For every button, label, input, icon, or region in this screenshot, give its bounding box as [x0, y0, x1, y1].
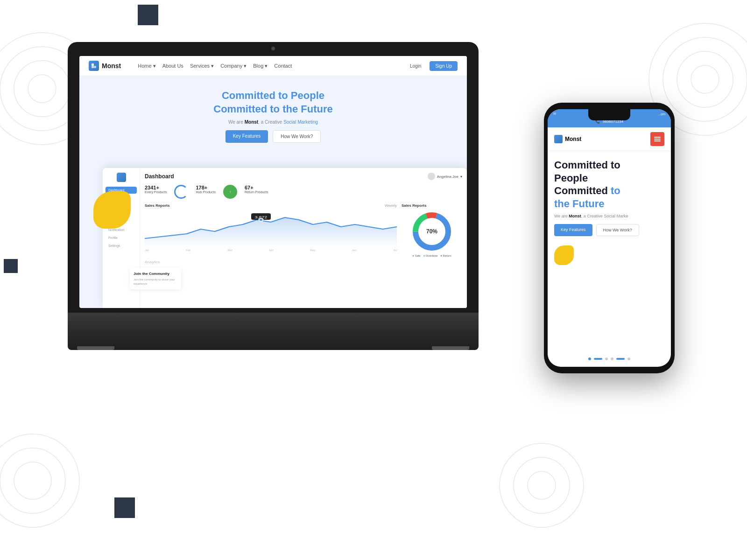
laptop-hero-subtitle: We are Monst, a Creative Social Marketin… [89, 119, 458, 125]
phone-email-icon: ✉ [553, 112, 556, 116]
phone-body: ✉ ...om 📞 9806071234 Monst [544, 103, 675, 373]
svg-point-13 [528, 471, 556, 499]
dashboard-avatar [428, 173, 435, 180]
chart-x-axis: JanFebMarAprMayJunJul [145, 249, 397, 252]
svg-point-19 [259, 218, 263, 221]
phone-hero: Committed to People Committed to the Fut… [548, 151, 671, 241]
laptop-logo-text: Monst [102, 62, 121, 70]
svg-rect-14 [92, 63, 94, 66]
svg-rect-26 [654, 140, 661, 141]
svg-point-3 [28, 75, 56, 103]
dashboard-title: Dashboard [145, 173, 174, 180]
laptop-hero-heading: Committed to People Committed to the Fut… [89, 89, 458, 116]
nav-services[interactable]: Services ▾ [190, 63, 214, 69]
login-button[interactable]: Login [406, 62, 425, 70]
laptop-hero: Committed to People Committed to the Fut… [79, 76, 467, 150]
join-community-desc: Join the community to share your experie… [134, 278, 177, 286]
phone-logo: Monst [554, 135, 581, 143]
dashboard-preview: Dashboard Transaction Reports Documents … [103, 168, 467, 308]
svg-point-9 [0, 448, 65, 513]
stat-hub: 178+ Hub Products [196, 185, 215, 199]
nav-blog[interactable]: Blog ▾ [253, 63, 268, 69]
svg-point-7 [691, 65, 719, 93]
laptop-foot-right [432, 346, 469, 350]
laptop-hero-buttons: Key Features How We Work? [89, 130, 458, 143]
nav-about[interactable]: About Us [162, 63, 183, 69]
donut-chart-wrapper: Sales Reports 70% [402, 203, 462, 257]
dash-nav-settings[interactable]: Settings [106, 242, 137, 249]
phone-yellow-blob [554, 245, 574, 265]
phone-screen: ✉ ...om 📞 9806071234 Monst [548, 109, 671, 367]
phone-hero-buttons: Key Features How We Work? [554, 224, 664, 236]
join-community-card: Join the Community Join the community to… [130, 268, 181, 289]
dashboard-header: Dashboard Angelina Joe ▾ [145, 173, 462, 180]
laptop-logo-icon [89, 61, 99, 71]
nav-contact[interactable]: Contact [274, 63, 292, 69]
phone-mockup: ✉ ...om 📞 9806071234 Monst [544, 103, 675, 373]
analytics-label: Analytics [145, 260, 462, 264]
laptop-foot-left [77, 346, 114, 350]
phone-nav: Monst [548, 127, 671, 151]
laptop-body: Monst Home ▾ About Us Services ▾ Company… [68, 42, 479, 313]
donut-legend: ● Sale ● Distribute ● Return [402, 254, 462, 257]
decorative-square-3 [114, 497, 135, 518]
dash-nav-profile[interactable]: Profile [106, 234, 137, 241]
slide-dot-3 [605, 357, 608, 360]
decorative-square-1 [138, 5, 158, 25]
phone-menu-button[interactable] [650, 132, 664, 146]
phone-logo-icon [554, 135, 563, 143]
laptop-base [68, 313, 479, 350]
slide-dot-1 [588, 357, 591, 360]
svg-rect-25 [654, 139, 661, 140]
stat-icon-2: ↑ [223, 185, 237, 199]
svg-point-11 [500, 443, 584, 527]
phone-slide-dots [548, 354, 671, 364]
laptop-screen: Monst Home ▾ About Us Services ▾ Company… [79, 56, 467, 308]
phone-how-we-work-button[interactable]: How We Work? [596, 224, 639, 236]
circle-decoration-bottom-right [495, 439, 588, 532]
line-chart: 3,872 [145, 210, 397, 248]
laptop-nav-right: Login Sign Up [406, 61, 458, 71]
laptop-camera [271, 47, 275, 50]
join-community-title: Join the Community [134, 272, 177, 276]
phone-notch [588, 109, 630, 120]
dashboard-stats: 2341+ Every Products 178+ Hub Products ↑… [145, 185, 462, 199]
slide-dot-6 [627, 357, 630, 360]
nav-home[interactable]: Home ▾ [138, 63, 155, 69]
svg-rect-16 [92, 66, 94, 68]
laptop-mockup: Monst Home ▾ About Us Services ▾ Company… [68, 42, 479, 350]
slide-dot-active [594, 358, 602, 360]
phone-email-address: ...om [658, 112, 665, 116]
dashboard-charts: Sales Reports Weekly [145, 203, 462, 257]
key-features-button[interactable]: Key Features [226, 130, 268, 143]
sales-reports-chart: Sales Reports Weekly [145, 203, 397, 257]
slide-dot-active-2 [616, 358, 625, 360]
laptop-nav: Monst Home ▾ About Us Services ▾ Company… [79, 56, 467, 76]
chart-title-donut: Sales Reports [402, 203, 462, 208]
svg-point-2 [14, 61, 70, 117]
dashboard-main: Dashboard Angelina Joe ▾ 2341+ Every Pro… [140, 168, 467, 308]
laptop-logo: Monst [89, 61, 121, 71]
svg-rect-24 [654, 137, 661, 138]
phone-logo-text: Monst [565, 136, 581, 142]
phone-key-features-button[interactable]: Key Features [554, 224, 592, 236]
svg-point-10 [14, 462, 51, 499]
svg-point-6 [677, 51, 733, 107]
stat-spinner-1 [174, 185, 188, 199]
yellow-blob-decoration [93, 191, 131, 229]
svg-point-5 [663, 37, 747, 121]
dashboard-logo [117, 173, 126, 182]
stat-return: 67+ Return Products [245, 185, 268, 199]
laptop-nav-links: Home ▾ About Us Services ▾ Company ▾ Blo… [138, 63, 292, 69]
svg-rect-15 [94, 66, 96, 68]
donut-chart: 70% [411, 210, 453, 252]
phone-hero-subtitle: We are Monst, a Creative Social Marke [554, 214, 664, 218]
circle-decoration-bottom-left [0, 429, 84, 532]
signup-button[interactable]: Sign Up [430, 61, 458, 71]
stat-products: 2341+ Every Products [145, 185, 167, 199]
how-we-work-button[interactable]: How We Work? [273, 130, 321, 143]
dashboard-user: Angelina Joe ▾ [428, 173, 462, 180]
nav-company[interactable]: Company ▾ [220, 63, 247, 69]
chart-title-sales: Sales Reports Weekly [145, 203, 397, 208]
donut-percentage: 70% [426, 228, 437, 235]
